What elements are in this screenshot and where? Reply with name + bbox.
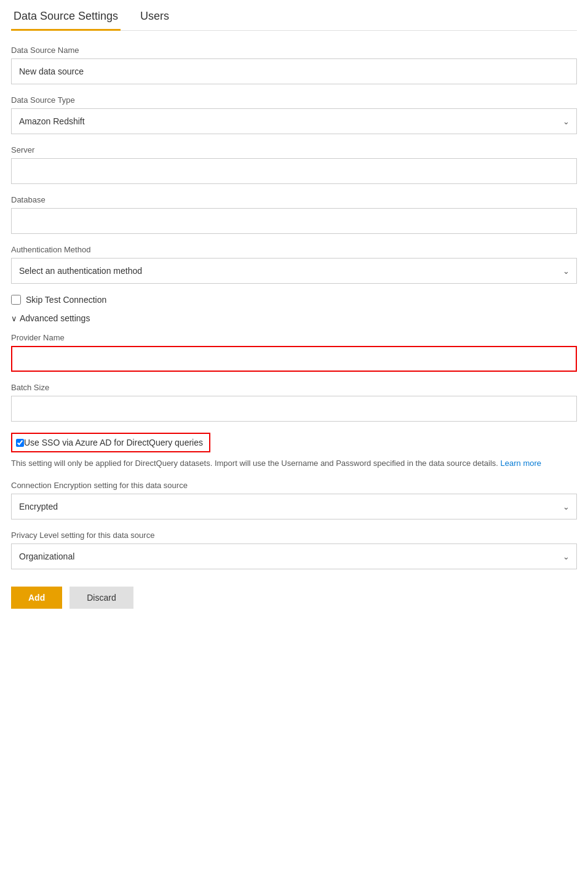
database-input[interactable] <box>11 208 577 234</box>
server-label: Server <box>11 145 577 154</box>
database-label: Database <box>11 195 577 204</box>
provider-name-group: Provider Name <box>11 333 577 372</box>
connection-encryption-label: Connection Encryption setting for this d… <box>11 481 577 490</box>
tabs-container: Data Source Settings Users <box>11 0 577 31</box>
learn-more-link[interactable]: Learn more <box>501 459 541 468</box>
data-source-name-input[interactable] <box>11 58 577 84</box>
database-group: Database <box>11 195 577 234</box>
privacy-level-group: Privacy Level setting for this data sour… <box>11 531 577 569</box>
privacy-level-wrapper: Organizational ⌄ <box>11 543 577 569</box>
data-source-name-group: Data Source Name <box>11 46 577 84</box>
auth-method-group: Authentication Method Select an authenti… <box>11 245 577 284</box>
batch-size-input[interactable] <box>11 396 577 422</box>
provider-name-input[interactable] <box>11 346 577 372</box>
data-source-type-label: Data Source Type <box>11 95 577 105</box>
batch-size-label: Batch Size <box>11 383 577 392</box>
discard-button[interactable]: Discard <box>70 587 133 609</box>
auth-method-label: Authentication Method <box>11 245 577 254</box>
chevron-down-icon: ∨ <box>11 314 17 323</box>
skip-test-connection-checkbox[interactable] <box>11 295 21 305</box>
tab-data-source-settings[interactable]: Data Source Settings <box>11 0 121 30</box>
add-button[interactable]: Add <box>11 587 62 609</box>
auth-method-wrapper: Select an authentication method ⌄ <box>11 258 577 284</box>
privacy-level-label: Privacy Level setting for this data sour… <box>11 531 577 540</box>
connection-encryption-wrapper: Encrypted ⌄ <box>11 494 577 519</box>
privacy-level-select[interactable]: Organizational <box>11 543 577 569</box>
sso-label[interactable]: Use SSO via Azure AD for DirectQuery que… <box>24 438 203 447</box>
data-source-type-select[interactable]: Amazon Redshift <box>11 108 577 134</box>
provider-name-label: Provider Name <box>11 333 577 342</box>
data-source-type-wrapper: Amazon Redshift ⌄ <box>11 108 577 134</box>
auth-method-select[interactable]: Select an authentication method <box>11 258 577 284</box>
sso-info-text: This setting will only be applied for Di… <box>11 457 577 470</box>
tab-users[interactable]: Users <box>138 0 172 30</box>
advanced-settings-label: Advanced settings <box>20 313 90 323</box>
button-row: Add Discard <box>11 587 577 609</box>
batch-size-group: Batch Size <box>11 383 577 422</box>
connection-encryption-select[interactable]: Encrypted <box>11 494 577 519</box>
sso-section: Use SSO via Azure AD for DirectQuery que… <box>11 433 577 470</box>
skip-test-connection-label[interactable]: Skip Test Connection <box>26 295 106 305</box>
sso-checkbox-wrapper: Use SSO via Azure AD for DirectQuery que… <box>11 433 210 452</box>
server-input[interactable] <box>11 158 577 184</box>
data-source-name-label: Data Source Name <box>11 46 577 55</box>
server-group: Server <box>11 145 577 184</box>
data-source-type-group: Data Source Type Amazon Redshift ⌄ <box>11 95 577 134</box>
skip-test-connection-row: Skip Test Connection <box>11 295 577 305</box>
connection-encryption-group: Connection Encryption setting for this d… <box>11 481 577 519</box>
sso-checkbox[interactable] <box>16 439 24 447</box>
advanced-settings-toggle[interactable]: ∨ Advanced settings <box>11 313 577 323</box>
